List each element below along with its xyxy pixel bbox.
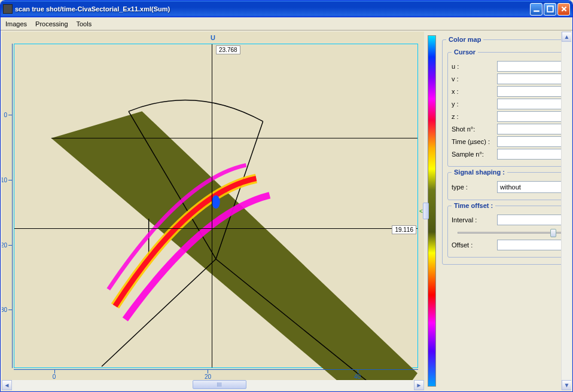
plot-canvas[interactable]: 23.768 19.116 <box>14 44 418 368</box>
x-label: x : <box>452 88 495 95</box>
ruler-vertical: 0 10 20 30 <box>3 44 13 368</box>
u-field[interactable] <box>497 61 571 72</box>
window-title: scan true shot/time-CivaSectorial_Ex11.x… <box>15 5 530 13</box>
interval-label: Interval : <box>452 216 495 223</box>
svg-rect-0 <box>534 10 540 11</box>
menu-processing[interactable]: Processing <box>35 20 68 27</box>
z-label: z : <box>452 113 495 120</box>
svg-rect-1 <box>547 6 553 12</box>
horizontal-scrollbar[interactable]: ◄ ► <box>2 380 424 390</box>
scroll-right-button[interactable]: ► <box>414 380 424 390</box>
svg-point-8 <box>212 195 220 209</box>
y-field[interactable] <box>497 99 571 109</box>
menubar: Images Processing Tools <box>1 17 572 30</box>
time-field[interactable] <box>497 136 571 147</box>
x-field[interactable] <box>497 86 571 97</box>
signal-legend: Signal shaping : <box>452 169 507 176</box>
app-icon <box>3 4 13 14</box>
cursor-v-readout: 19.116 <box>392 225 416 234</box>
scroll-thumb[interactable] <box>193 380 246 389</box>
content-area: U 0 10 20 30 <box>1 30 572 391</box>
colorbar-panel <box>428 32 440 390</box>
view-area: U 0 10 20 30 <box>2 32 424 390</box>
minimize-button[interactable] <box>530 3 542 16</box>
xtick-2: 40 <box>354 373 361 380</box>
scroll-track[interactable] <box>12 380 414 390</box>
colormap-group: Color map ❐ Cursor ❐ u : mm v : mm x : m… <box>442 36 571 265</box>
maximize-button[interactable] <box>544 3 556 16</box>
cursor-vertical[interactable] <box>212 44 212 368</box>
timeoffset-group: Time offset : ❐ Interval : ▲▼ Offset : <box>447 202 571 258</box>
sector-scan <box>14 44 417 380</box>
signal-type-label: type : <box>452 183 495 191</box>
slider-handle[interactable] <box>550 229 556 237</box>
sample-field[interactable] <box>497 149 571 160</box>
sidepanel-scroll-down[interactable]: ▼ <box>562 380 571 390</box>
scroll-left-button[interactable]: ◄ <box>2 380 12 390</box>
signal-type-select[interactable]: without <box>497 181 571 193</box>
splitter-arrow-icon: < <box>419 208 423 215</box>
z-field[interactable] <box>497 111 571 122</box>
menu-tools[interactable]: Tools <box>77 20 92 27</box>
shot-label: Shot n°: <box>452 125 495 133</box>
sidepanel-scroll-up[interactable]: ▲ <box>562 32 571 42</box>
plot-wrapper[interactable]: U 0 10 20 30 <box>2 32 424 380</box>
signal-group: Signal shaping : ❐ type : without <box>447 169 571 200</box>
titlebar[interactable]: scan true shot/time-CivaSectorial_Ex11.x… <box>1 1 572 17</box>
cursor-legend: Cursor <box>452 48 478 56</box>
splitter-vertical[interactable]: < <box>424 32 428 390</box>
ytick-1: 10 <box>2 177 7 183</box>
cursor-group: Cursor ❐ u : mm v : mm x : mm y : mm z <box>447 48 571 167</box>
ytick-3: 30 <box>2 307 7 313</box>
ytick-2: 20 <box>2 241 7 248</box>
sample-label: Sample n°: <box>452 151 495 158</box>
u-label: u : <box>452 63 495 70</box>
cursor-u-readout: 23.768 <box>216 45 240 54</box>
interval-slider[interactable] <box>452 227 571 238</box>
ytick-0: 0 <box>4 112 7 118</box>
timeoffset-legend: Time offset : <box>452 202 495 209</box>
colorbar[interactable] <box>428 35 436 387</box>
app-window: scan true shot/time-CivaSectorial_Ex11.x… <box>0 0 573 392</box>
y-label: y : <box>452 100 495 108</box>
sidepanel-scrollbar[interactable]: ▲ ▼ <box>561 32 571 390</box>
shot-field[interactable] <box>497 124 571 134</box>
offset-label: Offset : <box>452 241 495 249</box>
splitter-handle[interactable] <box>423 203 429 219</box>
xtick-1: 20 <box>205 373 211 380</box>
menu-images[interactable]: Images <box>5 20 27 27</box>
v-label: v : <box>452 75 495 82</box>
svg-marker-2 <box>51 111 417 380</box>
offset-field[interactable] <box>497 240 571 250</box>
axis-u-label: U <box>211 34 215 41</box>
ruler-horizontal: 0 20 40 <box>14 369 418 379</box>
xtick-0: 0 <box>53 373 56 380</box>
close-button[interactable] <box>557 3 570 16</box>
v-field[interactable] <box>497 74 571 84</box>
time-label: Time (µsec) : <box>452 138 495 145</box>
colormap-legend: Color map <box>446 36 483 43</box>
interval-field[interactable] <box>497 215 571 225</box>
cursor-horizontal[interactable] <box>14 228 417 229</box>
side-panel: Color map ❐ Cursor ❐ u : mm v : mm x : m… <box>440 32 571 390</box>
